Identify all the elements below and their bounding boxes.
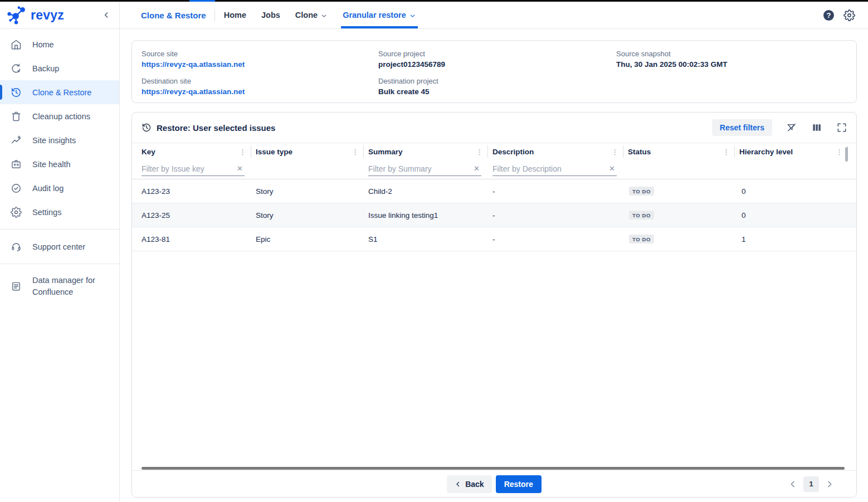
table-empty-area bbox=[132, 251, 856, 470]
tab-label: Granular restore bbox=[343, 11, 406, 20]
column-menu-icon[interactable]: ⋮ bbox=[352, 148, 359, 156]
cell-hierarchy-level: 0 bbox=[735, 187, 848, 196]
table-title: Restore: User selected issues bbox=[157, 123, 275, 133]
column-label: Hierarchy level bbox=[739, 148, 793, 156]
cell-status: TO DO bbox=[623, 235, 735, 244]
field-label: Source site bbox=[142, 50, 378, 58]
column-header-key[interactable]: Key ⋮ bbox=[142, 143, 251, 160]
chevron-down-icon bbox=[409, 12, 416, 20]
tab-granular-restore[interactable]: Granular restore bbox=[343, 2, 416, 28]
sidebar-item-home[interactable]: Home bbox=[0, 32, 119, 56]
cell-issue-type: Story bbox=[251, 211, 364, 220]
description-filter-input[interactable] bbox=[492, 164, 604, 173]
restore-summary-panel: Source site https://revyz-qa.atlassian.n… bbox=[131, 40, 857, 103]
brand-logo[interactable]: revyz bbox=[6, 4, 64, 26]
sidebar-item-clone-restore[interactable]: Clone & Restore bbox=[0, 80, 119, 104]
status-badge: TO DO bbox=[629, 235, 654, 244]
reset-filters-button[interactable]: Reset filters bbox=[712, 119, 772, 136]
settings-gear-button[interactable] bbox=[843, 9, 855, 21]
sidebar-collapse-button[interactable] bbox=[103, 11, 110, 19]
source-snapshot-value: Thu, 30 Jan 2025 00:02:33 GMT bbox=[616, 60, 728, 69]
column-header-summary[interactable]: Summary ⋮ bbox=[364, 143, 488, 160]
sidebar-header: revyz bbox=[0, 2, 119, 29]
breadcrumb[interactable]: Clone & Restore bbox=[141, 11, 206, 20]
field-label: Destination project bbox=[378, 77, 616, 85]
sidebar-item-site-health[interactable]: Site health bbox=[0, 152, 119, 176]
column-label: Summary bbox=[368, 148, 403, 156]
source-site-field: Source site https://revyz-qa.atlassian.n… bbox=[142, 50, 378, 69]
cell-description: - bbox=[488, 187, 623, 196]
cell-status: TO DO bbox=[623, 211, 735, 220]
table-row[interactable]: A123-25 Story Issue linking testing1 - T… bbox=[132, 203, 856, 227]
sidebar-item-audit-log[interactable]: Audit log bbox=[0, 176, 119, 200]
sidebar-item-label: Backup bbox=[32, 64, 59, 73]
back-button[interactable]: Back bbox=[447, 475, 491, 493]
source-project-field: Source project project0123456789 bbox=[378, 50, 616, 69]
table-row[interactable]: A123-23 Story Child-2 - TO DO 0 bbox=[132, 179, 856, 203]
column-menu-icon[interactable]: ⋮ bbox=[476, 148, 483, 156]
page-number[interactable]: 1 bbox=[803, 476, 819, 492]
destination-site-field: Destination site https://revyz-qa.atlass… bbox=[142, 77, 378, 96]
sidebar-item-support-center[interactable]: Support center bbox=[0, 235, 119, 259]
cell-key: A123-23 bbox=[142, 187, 251, 196]
horizontal-scrollbar[interactable] bbox=[142, 467, 845, 470]
status-badge: TO DO bbox=[629, 187, 654, 196]
restore-button[interactable]: Restore bbox=[496, 475, 542, 493]
page-previous-icon[interactable] bbox=[788, 480, 797, 489]
source-site-link[interactable]: https://revyz-qa.atlassian.net bbox=[142, 60, 378, 69]
field-label: Destination site bbox=[142, 77, 378, 85]
summary-filter-input[interactable] bbox=[368, 164, 469, 173]
column-label: Description bbox=[492, 148, 534, 156]
sidebar-item-label: Home bbox=[32, 40, 54, 49]
column-menu-icon[interactable]: ⋮ bbox=[239, 148, 246, 156]
cell-issue-type: Epic bbox=[251, 235, 364, 243]
column-menu-icon[interactable]: ⋮ bbox=[611, 148, 618, 156]
column-header-status[interactable]: Status ⋮ bbox=[623, 143, 735, 160]
table-row[interactable]: A123-81 Epic S1 - TO DO 1 bbox=[132, 227, 856, 251]
clear-filter-icon[interactable]: ✕ bbox=[474, 164, 480, 173]
tab-clone[interactable]: Clone bbox=[295, 2, 328, 28]
page-next-icon[interactable] bbox=[825, 480, 834, 489]
sidebar-item-data-manager-confluence[interactable]: Data manager for Confluence bbox=[0, 269, 119, 304]
trend-chart-icon bbox=[11, 135, 22, 146]
sidebar-item-label: Site health bbox=[32, 160, 71, 169]
column-header-description[interactable]: Description ⋮ bbox=[488, 143, 623, 160]
filter-off-icon[interactable] bbox=[786, 122, 797, 133]
key-filter-input[interactable] bbox=[142, 164, 232, 173]
columns-icon[interactable] bbox=[811, 122, 822, 133]
vertical-scrollbar[interactable] bbox=[845, 147, 848, 162]
sidebar-item-settings[interactable]: Settings bbox=[0, 200, 119, 224]
sidebar-item-backup[interactable]: Backup bbox=[0, 56, 119, 80]
sidebar-item-label: Settings bbox=[32, 208, 61, 217]
sidebar-item-site-insights[interactable]: Site insights bbox=[0, 128, 119, 152]
back-button-label: Back bbox=[465, 480, 484, 489]
status-badge: TO DO bbox=[629, 211, 654, 220]
tab-jobs[interactable]: Jobs bbox=[261, 2, 280, 28]
column-menu-icon[interactable]: ⋮ bbox=[836, 148, 843, 156]
column-header-hierarchy-level[interactable]: Hierarchy level ⋮ bbox=[735, 143, 848, 160]
sidebar: revyz Home Backup Clone & Restore Cleanu… bbox=[0, 2, 120, 502]
column-menu-icon[interactable]: ⋮ bbox=[723, 148, 730, 156]
revyz-molecule-icon bbox=[6, 4, 29, 26]
trash-icon bbox=[11, 111, 22, 122]
source-project-value: project0123456789 bbox=[378, 60, 616, 69]
divider bbox=[0, 264, 119, 264]
column-label: Key bbox=[142, 148, 155, 156]
help-icon[interactable]: ? bbox=[823, 10, 834, 21]
column-header-issue-type[interactable]: Issue type ⋮ bbox=[251, 143, 364, 160]
fullscreen-icon[interactable] bbox=[836, 122, 847, 133]
column-label: Status bbox=[628, 148, 651, 156]
sidebar-item-label: Audit log bbox=[32, 184, 64, 193]
sidebar-item-cleanup-actions[interactable]: Cleanup actions bbox=[0, 104, 119, 128]
sidebar-item-label: Cleanup actions bbox=[32, 112, 90, 121]
destination-site-link[interactable]: https://revyz-qa.atlassian.net bbox=[142, 87, 378, 96]
cell-hierarchy-level: 1 bbox=[735, 235, 848, 243]
clear-filter-icon[interactable]: ✕ bbox=[237, 164, 243, 173]
clear-filter-icon[interactable]: ✕ bbox=[609, 164, 615, 173]
source-snapshot-field: Source snapshot Thu, 30 Jan 2025 00:02:3… bbox=[616, 50, 728, 69]
brand-name: revyz bbox=[31, 8, 64, 23]
history-restore-icon bbox=[142, 123, 152, 133]
cell-key: A123-81 bbox=[142, 235, 251, 243]
gear-icon bbox=[843, 9, 855, 21]
tab-home[interactable]: Home bbox=[224, 2, 246, 28]
